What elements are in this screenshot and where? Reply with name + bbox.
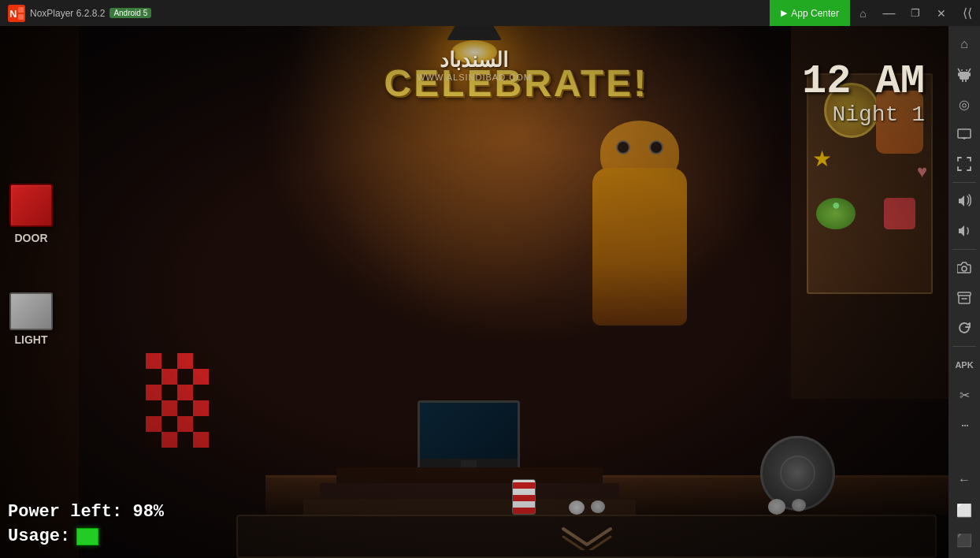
game-scene: السندباد WWW.ALSINDIBAD.COM 12 AM Night …: [0, 26, 948, 558]
minimize-button[interactable]: —: [876, 0, 902, 26]
sidebar-divider-2: [952, 249, 976, 250]
titlebar-controls: ⌂ — ❐ ✕ ⟨⟨: [850, 0, 980, 26]
power-left-text: Power left: 98%: [8, 500, 164, 525]
lamp-shade: [447, 26, 502, 40]
home-window-button[interactable]: ⌂: [850, 0, 876, 26]
sidebar-screen-button[interactable]: [950, 120, 978, 148]
svg-rect-12: [958, 292, 971, 296]
sidebar-volume-down-button[interactable]: [950, 217, 978, 245]
watermark: السندباد WWW.ALSINDIBAD.COM: [417, 48, 532, 82]
sidebar-home-nav-button[interactable]: ⬜: [950, 496, 978, 524]
door-controls: DOOR LIGHT: [9, 184, 53, 346]
striped-cup: [512, 479, 536, 515]
app-center-label: App Center: [791, 8, 839, 19]
titlebar: N NoxPlayer 6.2.8.2 Android 5 ▶ App Cent…: [0, 0, 980, 26]
svg-rect-2: [18, 7, 24, 13]
sidebar-scissors-button[interactable]: ✂: [950, 381, 978, 409]
svg-point-11: [962, 266, 967, 271]
watermark-arabic-text: السندباد: [417, 48, 532, 73]
play-icon: ▶: [781, 8, 787, 18]
svg-rect-4: [962, 80, 963, 82]
animatronic-figure: [569, 121, 711, 341]
titlebar-left: N NoxPlayer 6.2.8.2 Android 5: [0, 5, 159, 22]
sidebar-archive-button[interactable]: [950, 284, 978, 312]
sidebar-refresh-button[interactable]: [950, 314, 978, 342]
power-area: Power left: 98% Usage:: [8, 500, 164, 546]
sidebar-fullscreen-button[interactable]: [950, 150, 978, 178]
app-center-button[interactable]: ▶ App Center: [770, 0, 850, 26]
usage-label-text: Usage:: [8, 526, 70, 546]
svg-point-9: [966, 69, 967, 71]
sidebar-divider-1: [952, 182, 976, 183]
light-label: LIGHT: [9, 333, 53, 346]
animatronic-eye-right: [649, 140, 663, 154]
door-label: DOOR: [9, 230, 53, 246]
svg-rect-10: [958, 129, 971, 138]
usage-row: Usage:: [8, 526, 164, 546]
close-button[interactable]: ✕: [928, 0, 954, 26]
night-text: Night 1: [802, 102, 925, 127]
game-viewport[interactable]: السندباد WWW.ALSINDIBAD.COM 12 AM Night …: [0, 26, 948, 558]
app-name-label: NoxPlayer 6.2.8.2: [30, 8, 105, 19]
back-button[interactable]: ⟨⟨: [954, 0, 980, 26]
svg-rect-5: [965, 80, 967, 82]
sidebar-location-button[interactable]: ◎: [950, 90, 978, 118]
monitor-screen: [420, 403, 518, 459]
maximize-button[interactable]: ❐: [902, 0, 928, 26]
sidebar-recents-nav-button[interactable]: ⬛: [950, 526, 978, 554]
svg-rect-3: [18, 14, 24, 20]
sidebar-install-button[interactable]: APK: [950, 351, 978, 379]
sidebar-camera-button[interactable]: [950, 254, 978, 282]
svg-rect-6: [958, 73, 960, 76]
main-area: السندباد WWW.ALSINDIBAD.COM 12 AM Night …: [0, 26, 980, 558]
paper-balls: [569, 500, 605, 515]
svg-text:N: N: [9, 8, 17, 20]
camera-chevrons: [555, 523, 618, 550]
android-badge: Android 5: [110, 8, 151, 18]
svg-rect-7: [969, 73, 971, 76]
checkered-pattern: [146, 353, 209, 456]
nox-logo: N: [8, 5, 25, 22]
door-button[interactable]: [9, 184, 53, 227]
sidebar-home-button[interactable]: ⌂: [950, 30, 978, 58]
svg-point-8: [961, 69, 963, 71]
sidebar-volume-up-button[interactable]: [950, 187, 978, 215]
time-text: 12 AM: [802, 61, 925, 102]
sidebar-android-button[interactable]: [950, 60, 978, 88]
light-button[interactable]: [9, 292, 53, 330]
usage-bar: [76, 528, 98, 545]
animatronic-body: [592, 168, 687, 326]
camera-bar[interactable]: [236, 515, 937, 558]
paper-balls-right: [768, 499, 806, 515]
watermark-url-text: WWW.ALSINDIBAD.COM: [417, 73, 532, 82]
time-display: 12 AM Night 1: [802, 61, 925, 127]
sidebar-more-button[interactable]: ···: [950, 411, 978, 439]
animatronic-eye-left: [616, 140, 630, 154]
sidebar-back-nav-button[interactable]: ←: [950, 466, 978, 494]
sidebar: ⌂ ◎ APK ✂ ··· ← ⬜: [948, 26, 980, 558]
fan-center: [780, 456, 815, 491]
sidebar-divider-3: [952, 346, 976, 347]
